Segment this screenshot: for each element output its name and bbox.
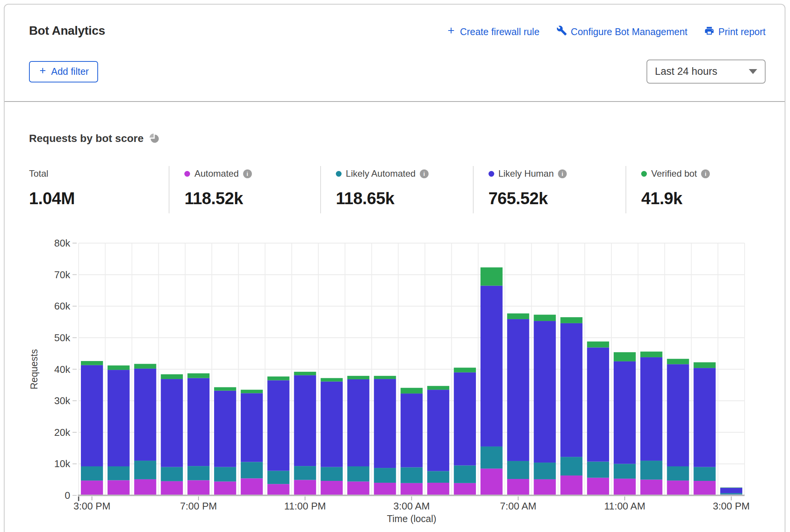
info-icon[interactable]: i: [701, 169, 710, 178]
bar-stack[interactable]: [427, 386, 449, 495]
bar-segment-automated[interactable]: [187, 480, 210, 495]
bar-stack[interactable]: [587, 342, 609, 495]
bar-segment-likely-automated[interactable]: [401, 467, 423, 483]
bar-segment-automated[interactable]: [214, 482, 236, 495]
bar-segment-likely-automated[interactable]: [294, 466, 316, 480]
bar-segment-likely-automated[interactable]: [480, 447, 503, 469]
bar-segment-likely-automated[interactable]: [560, 457, 582, 476]
bar-segment-likely-automated[interactable]: [241, 462, 263, 478]
bar-segment-likely-automated[interactable]: [587, 462, 609, 478]
bar-segment-verified-bot[interactable]: [587, 342, 609, 348]
bar-segment-likely-automated[interactable]: [614, 464, 636, 479]
bar-stack[interactable]: [241, 390, 263, 495]
bar-stack[interactable]: [614, 352, 636, 495]
bar-segment-automated[interactable]: [268, 484, 290, 495]
bar-segment-likely-automated[interactable]: [640, 461, 663, 480]
bar-segment-likely-automated[interactable]: [667, 466, 689, 480]
bar-segment-automated[interactable]: [667, 480, 689, 495]
bar-segment-automated[interactable]: [294, 480, 316, 495]
bar-segment-likely-human[interactable]: [401, 393, 423, 467]
bar-stack[interactable]: [720, 487, 742, 495]
bar-segment-likely-human[interactable]: [667, 364, 689, 466]
bar-segment-likely-automated[interactable]: [187, 466, 210, 480]
bar-segment-verified-bot[interactable]: [294, 372, 316, 375]
bar-segment-verified-bot[interactable]: [667, 359, 689, 364]
bar-segment-verified-bot[interactable]: [81, 361, 103, 365]
bar-segment-likely-automated[interactable]: [321, 467, 343, 481]
bar-stack[interactable]: [454, 368, 476, 495]
bar-segment-likely-human[interactable]: [134, 369, 156, 461]
bar-segment-verified-bot[interactable]: [427, 386, 449, 390]
bar-segment-verified-bot[interactable]: [108, 366, 130, 370]
bar-segment-automated[interactable]: [161, 481, 183, 495]
bar-segment-likely-human[interactable]: [640, 357, 663, 461]
bar-stack[interactable]: [480, 268, 503, 495]
bar-stack[interactable]: [401, 388, 423, 495]
bar-segment-likely-human[interactable]: [161, 379, 183, 467]
bar-segment-likely-human[interactable]: [294, 375, 316, 466]
bar-segment-automated[interactable]: [374, 483, 396, 495]
bar-segment-verified-bot[interactable]: [214, 387, 236, 391]
bar-segment-automated[interactable]: [480, 469, 503, 495]
create-firewall-rule-link[interactable]: Create firewall rule: [446, 25, 539, 38]
configure-bot-management-link[interactable]: Configure Bot Management: [556, 25, 688, 38]
bar-stack[interactable]: [108, 366, 130, 495]
bar-stack[interactable]: [187, 373, 210, 495]
bar-segment-likely-human[interactable]: [241, 393, 263, 462]
bar-segment-automated[interactable]: [587, 478, 609, 495]
info-icon[interactable]: i: [558, 169, 567, 178]
bar-segment-automated[interactable]: [321, 481, 343, 495]
bar-segment-verified-bot[interactable]: [187, 373, 210, 378]
bar-segment-likely-automated[interactable]: [693, 467, 716, 481]
bar-segment-automated[interactable]: [134, 479, 156, 495]
add-filter-button[interactable]: Add filter: [29, 61, 98, 82]
bar-segment-verified-bot[interactable]: [374, 376, 396, 379]
bar-segment-likely-human[interactable]: [480, 286, 503, 447]
bar-segment-verified-bot[interactable]: [161, 374, 183, 379]
bar-stack[interactable]: [693, 362, 716, 495]
bar-stack[interactable]: [374, 376, 396, 495]
bar-segment-likely-human[interactable]: [321, 382, 343, 467]
bar-stack[interactable]: [560, 317, 582, 495]
bar-segment-likely-automated[interactable]: [507, 461, 529, 479]
bar-stack[interactable]: [507, 313, 529, 495]
bar-segment-likely-human[interactable]: [427, 390, 449, 471]
bar-stack[interactable]: [161, 374, 183, 495]
bar-segment-likely-human[interactable]: [81, 365, 103, 466]
bar-segment-likely-automated[interactable]: [454, 466, 476, 483]
bar-segment-verified-bot[interactable]: [347, 376, 369, 379]
bar-segment-likely-human[interactable]: [454, 372, 476, 466]
bar-segment-automated[interactable]: [81, 480, 103, 495]
bar-segment-likely-human[interactable]: [214, 391, 236, 467]
bar-segment-verified-bot[interactable]: [454, 368, 476, 372]
bar-segment-automated[interactable]: [108, 480, 130, 495]
bar-segment-likely-automated[interactable]: [214, 467, 236, 482]
bar-segment-verified-bot[interactable]: [401, 388, 423, 393]
bar-segment-verified-bot[interactable]: [134, 364, 156, 368]
bar-segment-likely-human[interactable]: [347, 379, 369, 466]
bar-segment-likely-automated[interactable]: [427, 471, 449, 483]
bar-segment-automated[interactable]: [534, 479, 556, 495]
bar-segment-likely-automated[interactable]: [347, 466, 369, 482]
bar-segment-likely-human[interactable]: [187, 378, 210, 466]
bar-stack[interactable]: [321, 378, 343, 495]
bar-segment-verified-bot[interactable]: [507, 313, 529, 319]
bar-stack[interactable]: [134, 364, 156, 495]
print-report-link[interactable]: Print report: [704, 25, 766, 38]
bar-segment-likely-automated[interactable]: [81, 466, 103, 480]
bar-segment-automated[interactable]: [241, 478, 263, 495]
bar-stack[interactable]: [268, 377, 290, 495]
bar-segment-verified-bot[interactable]: [241, 390, 263, 393]
bar-segment-likely-human[interactable]: [614, 361, 636, 464]
bar-segment-automated[interactable]: [507, 479, 529, 495]
bar-segment-verified-bot[interactable]: [480, 268, 503, 286]
bar-segment-likely-automated[interactable]: [161, 467, 183, 481]
bar-stack[interactable]: [81, 361, 103, 495]
bar-segment-likely-automated[interactable]: [134, 461, 156, 479]
bar-segment-automated[interactable]: [640, 480, 663, 495]
bar-segment-likely-automated[interactable]: [374, 468, 396, 483]
bar-segment-verified-bot[interactable]: [720, 487, 742, 488]
bar-segment-automated[interactable]: [347, 482, 369, 495]
bar-segment-verified-bot[interactable]: [534, 315, 556, 321]
time-range-select[interactable]: Last 24 hours: [647, 60, 766, 84]
